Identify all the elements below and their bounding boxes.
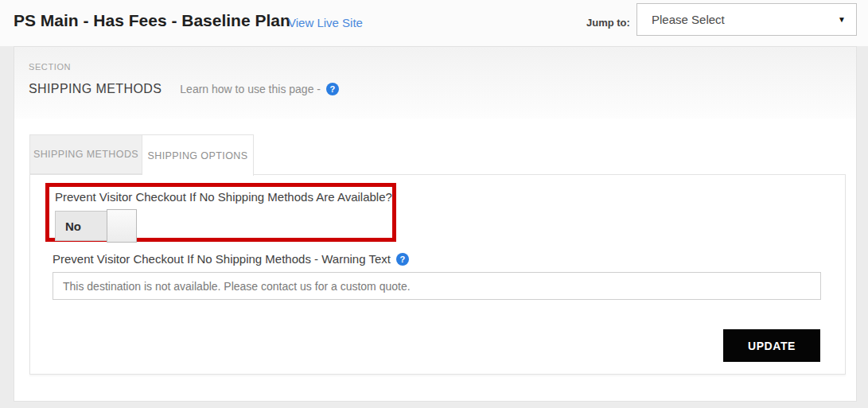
jump-to-label: Jump to: [586,17,630,29]
warning-text-input[interactable] [53,272,821,300]
toggle-knob[interactable] [107,209,137,243]
section-heading: SHIPPING METHODS [29,82,162,96]
top-header-band: PS Main - Has Fees - Baseline Plan View … [0,0,868,46]
warning-text-field-group: Prevent Visitor Checkout If No Shipping … [53,252,823,300]
learn-link[interactable]: Learn how to use this page - [180,83,321,95]
toggle-value-label[interactable]: No [55,211,107,241]
tab-bar: SHIPPING METHODS SHIPPING OPTIONS [29,134,254,176]
chevron-down-icon: ▼ [838,4,846,35]
section-eyebrow: SECTION [29,62,856,72]
tab-shipping-methods[interactable]: SHIPPING METHODS [29,134,142,174]
view-live-site-link[interactable]: View Live Site [288,16,363,29]
tab-shipping-options[interactable]: SHIPPING OPTIONS [142,134,254,176]
update-button[interactable]: UPDATE [723,329,820,362]
warning-text-label: Prevent Visitor Checkout If No Shipping … [53,252,391,266]
warning-help-icon[interactable]: ? [396,253,409,266]
jump-to-select[interactable]: Please Select ▼ [636,3,857,36]
prevent-checkout-toggle[interactable]: No [55,209,392,243]
warning-text-label-row: Prevent Visitor Checkout If No Shipping … [53,252,823,266]
section-card: SECTION SHIPPING METHODS Learn how to us… [14,46,857,402]
page-title: PS Main - Has Fees - Baseline Plan [14,11,290,30]
tab-content-panel: Prevent Visitor Checkout If No Shipping … [29,174,846,375]
section-card-header: SECTION SHIPPING METHODS Learn how to us… [14,47,856,119]
jump-to-selected-value: Please Select [652,4,725,35]
section-heading-row: SHIPPING METHODS Learn how to use this p… [29,82,856,96]
prevent-checkout-label: Prevent Visitor Checkout If No Shipping … [55,190,392,204]
annotation-highlight-box: Prevent Visitor Checkout If No Shipping … [45,183,396,242]
help-icon[interactable]: ? [326,83,339,95]
